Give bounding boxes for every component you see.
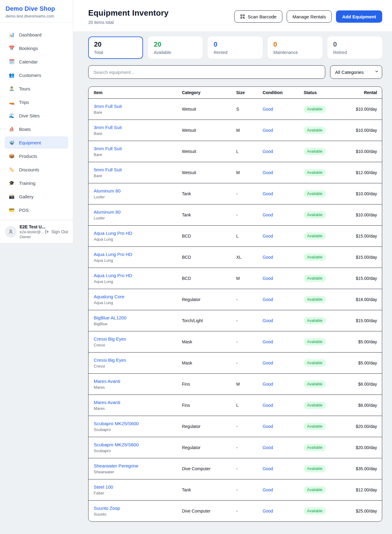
item-condition-link[interactable]: Good <box>262 403 273 408</box>
stat-value: 0 <box>273 40 317 48</box>
sidebar-item-trips[interactable]: 🚤Trips <box>5 96 68 108</box>
item-name-link[interactable]: Mares Avanti <box>94 400 177 405</box>
scan-barcode-button[interactable]: Scan Barcode <box>234 10 282 23</box>
item-rental-rate: $10.00/day <box>350 120 382 141</box>
item-condition-link[interactable]: Good <box>262 149 273 154</box>
item-name-link[interactable]: 3mm Full Suit <box>94 146 177 151</box>
sidebar-item-gallery[interactable]: 📸Gallery <box>5 190 68 203</box>
sidebar-item-tours[interactable]: 🏝️Tours <box>5 82 68 95</box>
item-condition-link[interactable]: Good <box>262 487 273 492</box>
stat-card-retired[interactable]: 0Retired <box>327 36 382 59</box>
stat-value: 20 <box>94 40 137 48</box>
item-condition-link[interactable]: Good <box>262 445 273 450</box>
status-badge: Available <box>304 275 326 282</box>
item-condition-link[interactable]: Good <box>262 360 273 365</box>
item-rental-rate: $8.00/day <box>350 373 382 395</box>
item-size: - <box>234 437 260 458</box>
item-condition-link[interactable]: Good <box>262 297 273 302</box>
item-name-link[interactable]: Aqua Lung Pro HD <box>94 252 177 257</box>
item-size: - <box>234 204 260 225</box>
item-name-link[interactable]: Aluminum 80 <box>94 209 177 215</box>
item-name-link[interactable]: Cressi Big Eyes <box>94 336 177 341</box>
sidebar-item-label: Dive Sites <box>19 113 40 118</box>
stat-label: Rented <box>213 50 257 55</box>
item-condition-link[interactable]: Good <box>262 191 273 196</box>
discounts-icon: 🏷️ <box>9 167 15 172</box>
item-name-link[interactable]: Steel 100 <box>94 484 177 490</box>
page-header-titles: Equipment Inventory 20 items total <box>88 8 168 25</box>
table-row: Cressi Big EyesCressiMask-GoodAvailable$… <box>89 331 382 352</box>
item-condition-link[interactable]: Good <box>262 382 273 387</box>
trips-icon: 🚤 <box>9 99 15 105</box>
sidebar: Demo Dive Shop demo.test.divestreams.com… <box>0 0 73 243</box>
item-name-link[interactable]: Aluminum 80 <box>94 188 177 193</box>
item-brand: Cressi <box>94 343 177 347</box>
sidebar-item-customers[interactable]: 👥Customers <box>5 69 68 81</box>
sidebar-item-training[interactable]: 🎓Training <box>5 177 68 189</box>
stat-card-total[interactable]: 20Total <box>88 36 143 59</box>
item-brand: Aqua Lung <box>94 300 177 305</box>
item-name-link[interactable]: Shearwater Peregrine <box>94 463 177 468</box>
sidebar-item-boats[interactable]: ⛵Boats <box>5 123 68 135</box>
item-name-link[interactable]: Scubapro MK25/S600 <box>94 421 177 426</box>
sidebar-item-label: Customers <box>19 73 41 78</box>
stat-card-available[interactable]: 20Available <box>148 36 203 59</box>
item-condition-link[interactable]: Good <box>262 170 273 175</box>
item-name-link[interactable]: Aqualung Core <box>94 294 177 299</box>
status-badge: Available <box>304 148 326 155</box>
manage-rentals-button[interactable]: Manage Rentals <box>287 10 332 23</box>
user-name: E2E Test U... <box>20 224 41 229</box>
sidebar-item-bookings[interactable]: 📅Bookings <box>5 42 68 54</box>
item-name-link[interactable]: Suunto Zoop <box>94 505 177 511</box>
sidebar-item-discounts[interactable]: 🏷️Discounts <box>5 163 68 176</box>
sidebar-item-pos[interactable]: 💳POS <box>5 204 68 216</box>
item-condition-link[interactable]: Good <box>262 107 273 112</box>
item-name-link[interactable]: Scubapro MK25/S600 <box>94 442 177 447</box>
search-input[interactable] <box>88 65 325 79</box>
item-condition-link[interactable]: Good <box>262 255 273 260</box>
products-icon: 📦 <box>9 153 15 159</box>
item-rental-rate: $10.00/day <box>350 141 382 162</box>
item-condition-link[interactable]: Good <box>262 234 273 238</box>
stat-card-rented[interactable]: 0Rented <box>208 36 262 59</box>
item-name-link[interactable]: 3mm Full Suit <box>94 125 177 130</box>
item-name-link[interactable]: Cressi Big Eyes <box>94 357 177 363</box>
stat-label: Maintenance <box>273 50 317 55</box>
item-name-link[interactable]: 5mm Full Suit <box>94 167 177 172</box>
item-condition-link[interactable]: Good <box>262 424 273 429</box>
table-row: Aqua Lung Pro HDAqua LungBCDXLGoodAvaila… <box>89 246 382 268</box>
item-condition-link[interactable]: Good <box>262 339 273 344</box>
item-condition-link[interactable]: Good <box>262 466 273 471</box>
category-select[interactable]: All Categories <box>330 65 382 79</box>
user-section: E2E Test U... e2e-tester@... Owner Sign … <box>0 220 73 243</box>
pos-icon: 💳 <box>9 207 15 213</box>
status-badge: Available <box>304 423 326 430</box>
item-brand: Bare <box>94 131 177 136</box>
item-condition-link[interactable]: Good <box>262 212 273 217</box>
sidebar-item-label: Boats <box>19 127 31 132</box>
item-name-link[interactable]: Mares Avanti <box>94 379 177 384</box>
item-name-link[interactable]: BigBlue AL1200 <box>94 315 177 320</box>
item-brand: Mares <box>94 406 177 411</box>
sidebar-item-products[interactable]: 📦Products <box>5 150 68 162</box>
column-header-status: Status <box>301 87 350 98</box>
status-badge: Available <box>304 338 326 345</box>
sidebar-item-calendar[interactable]: 🗓️Calendar <box>5 55 68 68</box>
sidebar-item-dive-sites[interactable]: 🌊Dive Sites <box>5 109 68 122</box>
item-name-link[interactable]: Aqua Lung Pro HD <box>94 273 177 278</box>
page-subtitle: 20 items total <box>88 20 168 25</box>
stat-card-maintenance[interactable]: 0Maintenance <box>268 36 322 59</box>
sidebar-item-dashboard[interactable]: 📊Dashboard <box>5 29 68 41</box>
add-equipment-button[interactable]: Add Equipment <box>336 10 382 23</box>
item-category: Wetsuit <box>179 98 234 120</box>
item-name-link[interactable]: 3mm Full Suit <box>94 104 177 109</box>
item-condition-link[interactable]: Good <box>262 128 273 133</box>
stats-row: 20Total20Available0Rented0Maintenance0Re… <box>88 36 382 59</box>
item-condition-link[interactable]: Good <box>262 509 273 513</box>
item-name-link[interactable]: Aqua Lung Pro HD <box>94 231 177 236</box>
equipment-table: ItemCategorySizeConditionStatusRental 3m… <box>89 87 382 521</box>
item-condition-link[interactable]: Good <box>262 318 273 323</box>
sign-out-button[interactable]: Sign Out <box>44 229 68 234</box>
item-condition-link[interactable]: Good <box>262 276 273 281</box>
sidebar-item-equipment[interactable]: 🤿Equipment <box>5 136 68 149</box>
